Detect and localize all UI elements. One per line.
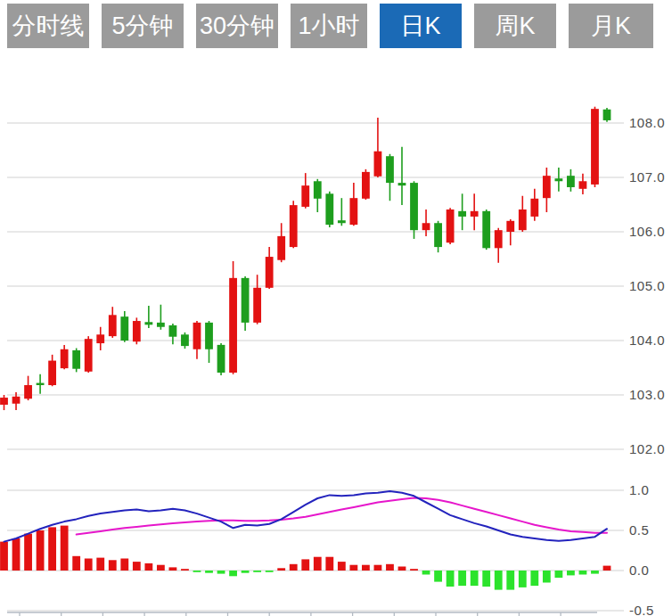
macd-bar [422,571,430,575]
candle-body [447,209,455,242]
candle-body [554,178,562,181]
candle-body [422,223,430,230]
candle-body [96,334,104,343]
candle-body [277,236,285,260]
candle-body [482,211,490,248]
indicator-tick-label: 0.5 [629,522,668,538]
candle-body [471,211,479,217]
macd-bar [519,571,527,587]
candle-body [12,397,20,404]
candle-body [266,257,274,288]
candle-body [157,323,165,327]
candle-body [567,176,575,187]
candle-body [253,288,261,323]
candle-body [205,323,213,349]
price-tick-label: 102.0 [629,441,668,457]
tab-minute-line[interactable]: 分时线 [7,4,89,48]
dea-line [77,498,607,535]
candle-body [48,361,56,385]
indicator-tick-label: -0.5 [629,603,668,616]
macd-bar [48,527,56,571]
tab-1hour[interactable]: 1小时 [291,4,367,48]
macd-bar [362,565,370,571]
macd-bar [217,571,225,574]
macd-bar [447,571,455,587]
macd-bar [482,571,490,587]
kline-chart-app: 108.0107.0106.0105.0104.0103.0102.01.00.… [0,0,672,616]
candle-body [398,183,406,185]
macd-bar [554,571,562,578]
macd-bar [72,556,80,571]
macd-bar [277,568,285,571]
macd-histogram [0,526,611,590]
price-tick-label: 104.0 [629,333,668,349]
price-tick-label: 108.0 [629,115,668,131]
candle-body [495,230,503,248]
candle-body [374,152,382,177]
candle-body [603,110,611,120]
candle-body [217,345,225,373]
macd-bar [398,567,406,571]
macd-bar [290,564,298,571]
macd-bar [205,571,213,573]
macd-bar [374,565,382,571]
candle-body [362,172,370,199]
candle-body [314,181,322,199]
candles-group [0,107,611,410]
macd-bar [193,571,201,572]
tab-30min[interactable]: 30分钟 [196,4,278,48]
price-tick-label: 107.0 [629,169,668,185]
indicator-tick-label: 1.0 [629,482,668,498]
candle-body [519,209,527,230]
macd-bar [314,557,322,571]
candle-body [458,211,466,217]
macd-bar [144,563,152,571]
macd-bar [530,571,538,586]
candle-body [242,278,250,323]
candle-body [290,205,298,247]
macd-bar [12,538,20,571]
tab-daily-k[interactable]: 日K [380,4,462,48]
macd-bar [37,530,45,571]
candle-body [506,221,514,232]
macd-bar [506,571,514,590]
macd-bar [61,526,69,571]
candle-body [591,109,599,185]
macd-bar [325,557,333,571]
chart-area[interactable]: 108.0107.0106.0105.0104.0103.0102.01.00.… [0,0,672,616]
macd-bar [591,571,599,574]
macd-bar [543,571,551,583]
tab-weekly-k[interactable]: 周K [474,4,556,48]
macd-bar [133,562,141,571]
macd-bar [603,566,611,571]
tab-5min[interactable]: 5分钟 [102,4,184,48]
macd-bar [0,542,8,571]
candle-body [133,321,141,341]
macd-bar [181,569,189,571]
macd-bar [301,559,309,571]
candle-body [410,183,418,230]
tab-monthly-k[interactable]: 月K [569,4,653,48]
macd-bar [229,571,237,576]
candle-body [109,315,117,336]
candle-body [543,176,551,198]
candle-body [338,220,346,223]
x-axis [7,612,597,616]
candle-body [579,181,587,189]
macd-bar [471,571,479,586]
macd-bar [410,569,418,571]
macd-bar [495,571,503,590]
price-tick-label: 103.0 [629,387,668,403]
macd-bar [349,565,357,571]
candle-body [349,198,357,225]
price-tick-label: 106.0 [629,224,668,240]
candle-body [144,322,152,324]
candle-body [85,339,93,372]
candle-body [434,223,442,247]
macd-bar [386,564,394,571]
macd-bar [579,571,587,575]
macd-bar [266,571,274,572]
candlestick-macd-chart[interactable] [0,0,672,616]
macd-bar [253,571,261,572]
macd-bar [96,558,104,571]
